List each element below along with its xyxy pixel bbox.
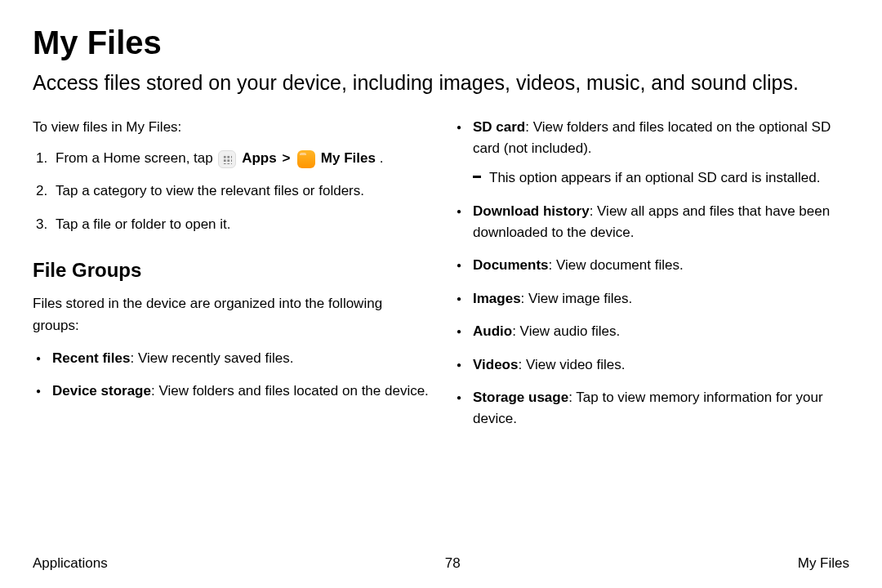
list-item: SD card: View folders and files located … [453, 117, 849, 189]
file-groups-heading: File Groups [33, 255, 429, 285]
step-2: Tap a category to view the relevant file… [33, 180, 429, 202]
list-item: Videos: View video files. [453, 354, 849, 376]
list-item: Device storage: View folders and files l… [33, 381, 429, 402]
item-label: Images [473, 291, 521, 306]
step-3: Tap a file or folder to open it. [33, 214, 429, 235]
left-column: To view files in My Files: From a Home s… [33, 117, 429, 442]
footer-right: My Files [798, 555, 849, 572]
list-item: Download history: View all apps and file… [453, 201, 849, 244]
page-footer: Applications 78 My Files [33, 555, 849, 572]
footer-left: Applications [33, 555, 108, 572]
item-text: : View folders and files located on the … [473, 119, 831, 156]
list-item: Storage usage: Tap to view memory inform… [453, 387, 849, 430]
step-1: From a Home screen, tap Apps > My Files … [33, 148, 429, 169]
item-text: : View recently saved files. [130, 350, 293, 366]
step-1-period: . [380, 150, 384, 166]
steps-list: From a Home screen, tap Apps > My Files … [33, 148, 429, 235]
item-label: Videos [473, 357, 518, 372]
right-bullet-list: SD card: View folders and files located … [453, 117, 849, 430]
item-label: Documents [473, 257, 549, 273]
item-text: : View image files. [521, 291, 633, 306]
group-intro-text: Files stored in the device are organized… [33, 293, 429, 336]
step-1-pre: From a Home screen, tap [56, 150, 216, 166]
myfiles-label: My Files [321, 150, 376, 166]
folder-icon [297, 150, 315, 168]
item-text: : View document files. [549, 257, 684, 273]
chevron-icon: > [282, 150, 290, 166]
page-title: My Files [33, 24, 849, 61]
list-item: Documents: View document files. [453, 255, 849, 276]
sub-list-item: This option appears if an optional SD ca… [473, 167, 849, 189]
list-item: Recent files: View recently saved files. [33, 348, 429, 369]
footer-page-number: 78 [445, 555, 461, 572]
item-label: SD card [473, 119, 525, 135]
left-bullet-list: Recent files: View recently saved files.… [33, 348, 429, 403]
apps-grid-icon [218, 150, 236, 168]
item-text: : View video files. [518, 357, 625, 372]
list-item: Audio: View audio files. [453, 321, 849, 342]
item-text: : View audio files. [512, 323, 620, 339]
item-label: Recent files [52, 350, 130, 366]
content-columns: To view files in My Files: From a Home s… [33, 117, 849, 442]
item-label: Storage usage [473, 390, 568, 405]
lead-in-text: To view files in My Files: [33, 117, 429, 138]
apps-label: Apps [242, 150, 277, 166]
right-column: SD card: View folders and files located … [453, 117, 849, 442]
item-text: : View folders and files located on the … [151, 383, 429, 399]
list-item: Images: View image files. [453, 288, 849, 310]
sub-list: This option appears if an optional SD ca… [473, 167, 849, 189]
item-label: Device storage [52, 383, 151, 399]
item-label: Audio [473, 323, 512, 339]
item-label: Download history [473, 203, 590, 219]
intro-text: Access files stored on your device, incl… [33, 69, 849, 97]
